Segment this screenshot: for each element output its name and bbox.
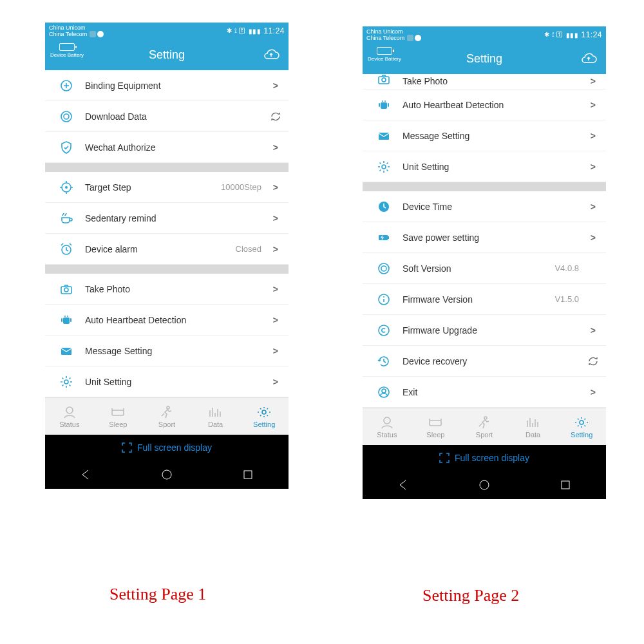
home-button[interactable] (478, 478, 491, 491)
svg-point-15 (66, 407, 73, 413)
tab-sleep[interactable]: Sleep (412, 408, 460, 445)
refresh-icon (588, 356, 596, 366)
row-label: Take Photo (85, 284, 270, 294)
row-heartbeat[interactable]: Auto Heartbeat Detection > (45, 305, 289, 336)
svg-point-40 (384, 417, 390, 424)
cloud-upload-button[interactable] (261, 47, 281, 62)
row-label: Auto Heartbeat Detection (85, 315, 270, 325)
history-icon (377, 354, 391, 368)
row-download[interactable]: Download Data (45, 101, 289, 132)
row-binding[interactable]: Binding Equipment > (45, 70, 289, 101)
camera-icon (59, 282, 73, 296)
mail-icon (59, 344, 73, 358)
row-value: Closed (236, 244, 261, 254)
carrier-2: China Telecom (49, 31, 87, 37)
settings-list-p1: Binding Equipment > Download Data Wechat… (45, 70, 289, 397)
app-header: Device Battery Setting (45, 39, 289, 70)
chevron-right-icon: > (270, 142, 278, 153)
battery-icon (59, 43, 75, 51)
row-value: 10000Step (221, 182, 261, 192)
tab-data[interactable]: Data (509, 408, 558, 445)
svg-rect-32 (388, 236, 389, 239)
row-alarm[interactable]: Device alarm Closed > (45, 234, 289, 265)
clock-icon (377, 200, 391, 214)
device-battery-button[interactable]: Device Battery (50, 43, 84, 58)
expand-icon (122, 442, 132, 453)
bluetooth-icon: ✱ ⟟ ⚿ (544, 31, 564, 39)
cup-icon (59, 211, 73, 225)
row-sedentary[interactable]: Sedentary remind > (45, 203, 289, 234)
svg-point-42 (484, 417, 487, 419)
phone-screenshot-1: China Unicom China Telecom ✱ ⟟ ⚿ ▮▮▮ 11:… (45, 23, 289, 489)
info-icon (377, 292, 391, 307)
android-icon (59, 313, 73, 327)
chevron-right-icon: > (588, 325, 596, 336)
caption-page-2: Setting Page 2 (422, 586, 519, 605)
fullscreen-bar[interactable]: Full screen display (363, 445, 606, 471)
row-message2[interactable]: Message Setting > (363, 120, 606, 151)
row-recovery[interactable]: Device recovery (363, 346, 606, 377)
row-photo[interactable]: Take Photo > (45, 274, 289, 305)
row-target[interactable]: Target Step 10000Step > (45, 172, 289, 203)
tab-sport[interactable]: Sport (142, 398, 191, 435)
tab-label: Sleep (426, 431, 444, 439)
tab-data[interactable]: Data (191, 398, 240, 435)
svg-point-19 (162, 470, 171, 479)
row-exit[interactable]: Exit > (363, 377, 606, 408)
battery-save-icon (377, 231, 391, 245)
tab-status[interactable]: Status (363, 408, 412, 445)
tab-status[interactable]: Status (45, 398, 94, 435)
row-label: Wechat Authorize (85, 142, 270, 153)
status-icon (62, 405, 77, 419)
tab-setting[interactable]: Setting (240, 398, 289, 435)
row-heartbeat2[interactable]: Auto Heartbeat Detection > (363, 90, 606, 120)
row-fwver[interactable]: Firmware Version V1.5.0 (363, 284, 606, 315)
chevron-right-icon: > (270, 213, 278, 223)
row-unit[interactable]: Unit Setting > (45, 366, 289, 397)
svg-point-44 (480, 480, 489, 489)
fullscreen-bar[interactable]: Full screen display (45, 435, 289, 460)
row-label: Binding Equipment (85, 80, 270, 91)
row-label: Unit Setting (402, 162, 588, 172)
carrier-1: China Unicom (366, 28, 421, 35)
recent-button[interactable] (559, 478, 572, 491)
tab-sleep[interactable]: Sleep (94, 398, 143, 435)
device-battery-button[interactable]: Device Battery (368, 47, 401, 62)
tab-bar: Status Sleep Sport Data Setting (45, 397, 289, 435)
row-savepower[interactable]: Save power setting > (363, 222, 606, 253)
row-devicetime[interactable]: Device Time > (363, 191, 606, 222)
row-softver[interactable]: Soft Version V4.0.8 (363, 253, 606, 284)
chevron-right-icon: > (270, 346, 278, 356)
svg-rect-26 (379, 103, 380, 107)
clock: 11:24 (581, 30, 602, 39)
svg-point-14 (64, 380, 68, 384)
battery-icon (377, 47, 392, 55)
row-photo2[interactable]: Take Photo > (363, 74, 606, 90)
svg-point-2 (64, 114, 69, 119)
home-button[interactable] (160, 468, 173, 481)
back-button[interactable] (397, 478, 410, 491)
recent-button[interactable] (242, 468, 254, 481)
row-wechat[interactable]: Wechat Authorize > (45, 132, 289, 163)
tab-setting[interactable]: Setting (557, 408, 606, 445)
row-label: Save power setting (402, 232, 588, 243)
mail-icon (377, 129, 391, 143)
back-button[interactable] (79, 468, 92, 481)
chevron-right-icon: > (270, 315, 278, 325)
cloud-upload-button[interactable] (579, 51, 598, 66)
row-unit2[interactable]: Unit Setting > (363, 151, 606, 182)
chevron-right-icon: > (588, 202, 596, 212)
chevron-right-icon: > (270, 284, 278, 294)
row-label: Take Photo (402, 76, 588, 86)
tab-label: Setting (571, 431, 592, 439)
bluetooth-icon: ✱ ⟟ ⚿ (227, 27, 246, 35)
tab-sport[interactable]: Sport (460, 408, 509, 445)
chevron-right-icon: > (588, 131, 596, 141)
row-message[interactable]: Message Setting > (45, 336, 289, 366)
setting-icon (256, 405, 272, 419)
row-label: Firmware Upgrade (402, 325, 588, 336)
row-fwupgrade[interactable]: Firmware Upgrade > (363, 315, 606, 346)
ring-icon (59, 109, 73, 124)
chevron-right-icon: > (270, 182, 278, 193)
row-label: Message Setting (402, 131, 588, 141)
